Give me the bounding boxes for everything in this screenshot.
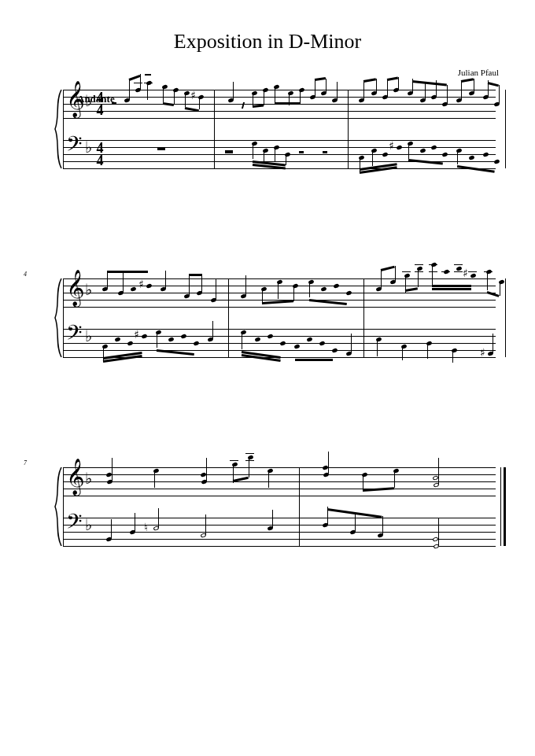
treble-clef-icon: 𝄞	[66, 461, 85, 492]
note	[193, 341, 199, 346]
barline	[214, 90, 215, 168]
treble-clef-icon: 𝄞	[66, 83, 85, 115]
note	[293, 344, 300, 349]
flat-icon: ♭	[85, 139, 92, 155]
note	[146, 283, 152, 289]
rest	[112, 102, 116, 105]
whole-rest	[157, 147, 165, 150]
note	[168, 337, 174, 342]
flat-icon: ♭	[85, 282, 92, 297]
rest	[225, 150, 233, 153]
note	[441, 152, 448, 157]
time-signature-upper: 4 4	[94, 91, 105, 116]
flat-icon: ♭	[85, 93, 92, 109]
note	[493, 159, 500, 164]
flat-icon: ♭	[85, 470, 92, 486]
barline	[63, 467, 64, 546]
sharp-icon: ♯	[389, 141, 394, 152]
sharp-icon: ♯	[480, 348, 485, 359]
natural-icon: ♮	[144, 522, 148, 533]
treble-staff-2: 𝄞 ♭ ♯	[63, 278, 496, 307]
final-barline-thick	[504, 467, 506, 546]
brace-icon	[52, 90, 63, 168]
note	[279, 341, 286, 346]
note	[470, 273, 476, 278]
barline	[348, 90, 349, 168]
sheet-music-page: Exposition in D-Minor Julian Pfaul Andan…	[0, 0, 535, 756]
flat-icon: ♭	[85, 517, 92, 533]
time-signature-lower: 4 4	[94, 142, 105, 167]
note	[456, 266, 462, 271]
treble-clef-icon: 𝄞	[66, 272, 85, 304]
note	[320, 286, 327, 292]
measure-number: 4	[24, 271, 27, 278]
note	[130, 286, 136, 292]
note	[482, 152, 489, 157]
bass-clef-icon: 𝄢	[66, 511, 83, 537]
system-3: 7 𝄞 ♭	[31, 467, 504, 546]
rest	[242, 102, 249, 109]
sharp-icon: ♯	[134, 330, 139, 341]
tenuto-mark	[145, 74, 151, 76]
final-barline	[500, 467, 501, 546]
barline	[299, 467, 300, 546]
note	[333, 283, 339, 289]
piece-title: Exposition in D-Minor	[31, 30, 504, 53]
bass-staff-3: 𝄢 ♭ ♮	[63, 518, 496, 546]
note	[382, 152, 388, 157]
sharp-icon: ♯	[463, 268, 468, 279]
timesig-den: 4	[94, 104, 105, 116]
note	[254, 337, 260, 342]
note	[430, 145, 437, 150]
note	[345, 290, 352, 296]
note	[306, 337, 312, 342]
system-1: 𝄞 ♭ 4 4 ♯	[31, 90, 504, 168]
barline	[363, 278, 364, 357]
note	[331, 348, 338, 353]
flat-icon: ♭	[85, 328, 92, 344]
bass-clef-icon: 𝄢	[66, 323, 83, 348]
barline	[228, 278, 229, 357]
timesig-den: 4	[94, 154, 105, 167]
brace-icon	[52, 278, 63, 357]
bass-staff-2: 𝄢 ♭ ♯	[63, 329, 496, 357]
treble-staff-1: 𝄞 ♭ 4 4 ♯	[63, 90, 496, 118]
bass-staff-1: 𝄢 ♭ 4 4	[63, 140, 496, 168]
note	[419, 148, 426, 153]
barline	[63, 90, 64, 168]
bass-clef-icon: 𝄢	[66, 134, 83, 159]
rest	[299, 151, 304, 153]
brace-icon	[52, 467, 63, 546]
note	[127, 341, 133, 346]
measure-number: 7	[24, 459, 27, 467]
note	[141, 334, 147, 339]
note	[319, 341, 325, 346]
note	[114, 337, 120, 342]
barline	[505, 90, 506, 168]
note	[468, 155, 474, 160]
treble-staff-3: 𝄞 ♭	[63, 467, 496, 496]
note	[396, 145, 402, 150]
barline	[63, 278, 64, 357]
note	[267, 334, 273, 339]
composer-name: Julian Pfaul	[31, 68, 504, 77]
barline	[505, 278, 506, 357]
rest	[323, 151, 327, 153]
note	[180, 334, 186, 339]
system-2: 4 𝄞 ♭ ♯	[31, 278, 504, 357]
sharp-icon: ♯	[138, 279, 144, 290]
sharp-icon: ♯	[190, 90, 196, 101]
